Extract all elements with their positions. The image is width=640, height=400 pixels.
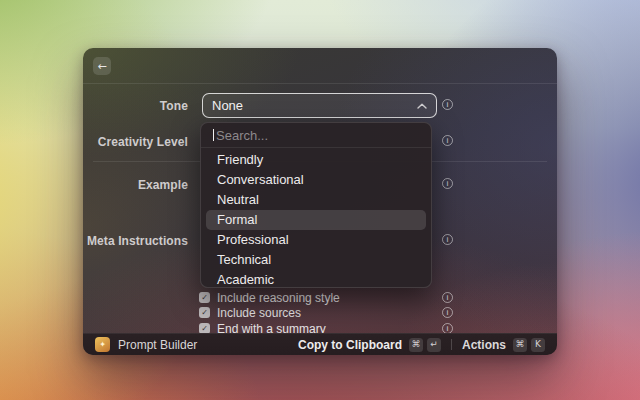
text-caret: [213, 129, 214, 141]
chevron-up-icon: [417, 103, 427, 109]
tone-info-icon[interactable]: i: [442, 99, 453, 110]
option-academic[interactable]: Academic: [206, 270, 426, 288]
option-conversational[interactable]: Conversational: [206, 170, 426, 190]
window-header: ←: [83, 48, 557, 84]
checkbox-checked-icon[interactable]: ✓: [199, 292, 210, 303]
tone-select-value: None: [212, 98, 417, 113]
option-formal[interactable]: Formal: [206, 210, 426, 230]
meta-instructions-info-icon[interactable]: i: [442, 234, 453, 245]
cmd-key-icon: ⌘: [513, 338, 527, 352]
tone-select[interactable]: None: [202, 93, 437, 118]
tone-dropdown: Search... Friendly Conversational Neutra…: [200, 122, 432, 288]
creativity-level-info-icon[interactable]: i: [442, 135, 453, 146]
include-sources-row[interactable]: ✓ Include sources: [199, 306, 301, 319]
footer-bar: ✦ Prompt Builder Copy to Clipboard ⌘ ↵ A…: [83, 333, 557, 355]
include-sources-label: Include sources: [217, 306, 301, 320]
example-label: Example: [83, 178, 188, 192]
cmd-key-icon: ⌘: [409, 338, 423, 352]
dropdown-search-input[interactable]: Search...: [201, 123, 431, 148]
include-reasoning-style-info-icon[interactable]: i: [442, 292, 453, 303]
option-friendly[interactable]: Friendly: [206, 150, 426, 170]
back-button[interactable]: ←: [93, 57, 111, 75]
meta-instructions-label: Meta Instructions: [83, 234, 188, 248]
footer-actions: Copy to Clipboard ⌘ ↵ Actions ⌘ K: [298, 338, 545, 352]
back-arrow-icon: ←: [97, 61, 106, 72]
dropdown-options: Friendly Conversational Neutral Formal P…: [201, 148, 431, 288]
actions-button[interactable]: Actions: [462, 338, 506, 352]
k-key-icon: K: [531, 338, 545, 352]
copy-to-clipboard-button[interactable]: Copy to Clipboard: [298, 338, 402, 352]
example-info-icon[interactable]: i: [442, 178, 453, 189]
option-professional[interactable]: Professional: [206, 230, 426, 250]
prompt-builder-window: ← Tone None i Creativity Level i Example…: [83, 48, 557, 355]
app-name: Prompt Builder: [118, 338, 197, 352]
checkbox-checked-icon[interactable]: ✓: [199, 307, 210, 318]
include-sources-info-icon[interactable]: i: [442, 307, 453, 318]
include-reasoning-style-row[interactable]: ✓ Include reasoning style: [199, 291, 340, 304]
footer-divider: [451, 339, 452, 350]
tone-label: Tone: [83, 99, 188, 113]
creativity-level-label: Creativity Level: [83, 135, 188, 149]
search-placeholder: Search...: [216, 128, 268, 143]
option-neutral[interactable]: Neutral: [206, 190, 426, 210]
include-reasoning-style-label: Include reasoning style: [217, 291, 340, 305]
enter-key-icon: ↵: [427, 338, 441, 352]
prompt-builder-app-icon: ✦: [95, 337, 110, 352]
option-technical[interactable]: Technical: [206, 250, 426, 270]
